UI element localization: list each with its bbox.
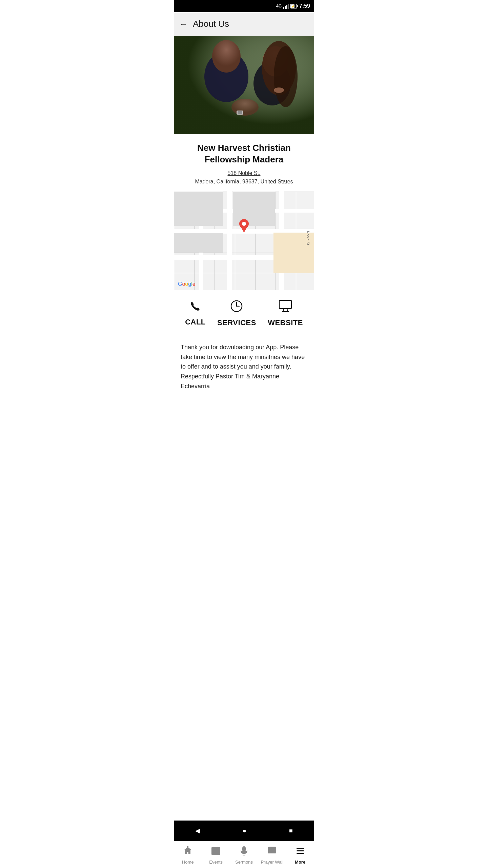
map-block-2 xyxy=(174,192,223,226)
map-container[interactable]: Noble St. Google xyxy=(174,192,314,290)
signal-icon: 4G xyxy=(276,4,282,8)
svg-point-16 xyxy=(231,99,259,116)
website-label: WEBSITE xyxy=(268,318,303,327)
page-title: About Us xyxy=(193,19,229,29)
description-text: Thank you for downloading our App. Pleas… xyxy=(174,334,314,425)
map-pin xyxy=(239,219,249,236)
header: ← About Us xyxy=(174,12,314,36)
call-label: CALL xyxy=(185,318,206,327)
services-label: SERVICES xyxy=(217,318,256,327)
svg-point-15 xyxy=(274,46,298,107)
church-info: New Harvest Christian Fellowship Madera … xyxy=(174,134,314,192)
svg-rect-26 xyxy=(279,300,291,309)
battery-icon: ⚡ xyxy=(290,4,298,8)
svg-rect-3 xyxy=(288,4,289,9)
address-line2[interactable]: Madera, California, 93637 xyxy=(195,179,257,184)
svg-point-21 xyxy=(242,222,246,226)
svg-point-19 xyxy=(274,87,284,93)
svg-point-11 xyxy=(212,40,241,73)
svg-rect-5 xyxy=(297,5,298,7)
services-button[interactable]: SERVICES xyxy=(217,300,256,327)
map-background: Noble St. Google xyxy=(174,192,314,290)
svg-rect-0 xyxy=(283,7,284,9)
signal-bars-icon xyxy=(283,3,289,9)
svg-rect-1 xyxy=(285,6,286,9)
status-icons: 4G ⚡ 7:59 xyxy=(276,3,310,9)
address-country: , United States xyxy=(258,179,293,184)
couple-silhouette xyxy=(174,36,314,134)
monitor-icon xyxy=(279,300,292,315)
svg-marker-22 xyxy=(241,226,247,233)
road-label: Noble St. xyxy=(306,231,310,246)
church-name: New Harvest Christian Fellowship Madera xyxy=(179,142,309,165)
svg-rect-2 xyxy=(286,5,287,9)
back-button[interactable]: ← xyxy=(179,19,187,29)
phone-icon xyxy=(190,301,201,314)
svg-rect-18 xyxy=(238,111,242,114)
time-display: 7:59 xyxy=(299,3,310,9)
action-buttons: CALL SERVICES WEBSITE xyxy=(174,290,314,334)
hero-couple-photo xyxy=(174,36,314,134)
hero-image xyxy=(174,36,314,134)
call-button[interactable]: CALL xyxy=(185,301,206,327)
church-address: 518 Noble St. Madera, California, 93637,… xyxy=(179,169,309,186)
map-road-vertical-1 xyxy=(227,192,232,290)
map-block-3 xyxy=(174,233,223,253)
website-button[interactable]: WEBSITE xyxy=(268,300,303,327)
google-logo: Google xyxy=(178,281,196,287)
svg-text:⚡: ⚡ xyxy=(291,5,295,8)
status-bar: 4G ⚡ 7:59 xyxy=(174,0,314,12)
clock-services-icon xyxy=(230,300,243,315)
address-line1[interactable]: 518 Noble St. xyxy=(228,170,261,176)
